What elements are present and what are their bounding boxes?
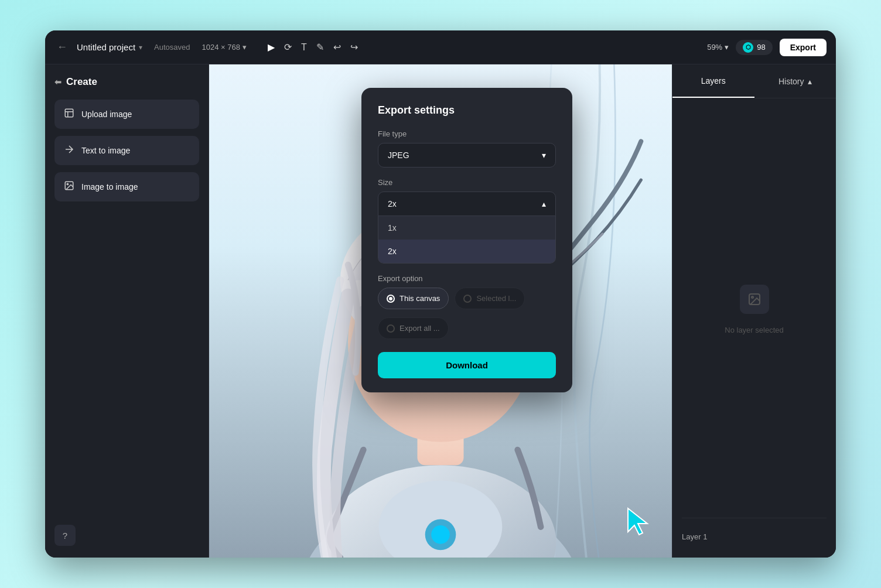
sidebar-bottom: ? bbox=[54, 525, 199, 546]
select-tool-button[interactable]: ▶ bbox=[268, 42, 275, 53]
size-1x-label: 1x bbox=[388, 223, 397, 233]
export-option-section: Export option This canvas Selected l... bbox=[378, 274, 556, 339]
sidebar: ⬅ Create Upload image Text to image bbox=[45, 64, 209, 558]
main-area: ⬅ Create Upload image Text to image bbox=[45, 64, 836, 558]
project-title-area[interactable]: Untitled project ▾ bbox=[77, 42, 142, 52]
sidebar-item-image-to-image[interactable]: Image to image bbox=[54, 172, 199, 201]
canvas-size-value: 1024 × 768 bbox=[202, 43, 240, 52]
file-type-label: File type bbox=[378, 129, 556, 138]
undo-button[interactable]: ↩ bbox=[333, 42, 341, 53]
toolbar: ▶ ⟳ T ✎ ↩ ↪ bbox=[268, 42, 358, 53]
tab-history[interactable]: History ▴ bbox=[754, 64, 836, 98]
credits-value: 98 bbox=[757, 43, 765, 52]
export-modal: Export settings File type JPEG ▾ Size 2x bbox=[361, 88, 572, 392]
zoom-value: 59% bbox=[707, 43, 722, 52]
upload-image-label: Upload image bbox=[81, 110, 132, 119]
svg-rect-0 bbox=[65, 109, 73, 117]
svg-point-23 bbox=[752, 296, 753, 298]
this-canvas-label: This canvas bbox=[399, 294, 440, 303]
file-type-value: JPEG bbox=[388, 151, 409, 160]
sidebar-back-icon: ⬅ bbox=[54, 77, 62, 87]
export-button[interactable]: Export bbox=[780, 39, 827, 56]
sidebar-title: Create bbox=[66, 76, 97, 88]
layer-1-item[interactable]: Layer 1 bbox=[682, 528, 827, 546]
header: ← Untitled project ▾ Autosaved 1024 × 76… bbox=[45, 30, 836, 64]
size-select[interactable]: 2x ▴ bbox=[378, 192, 556, 216]
layer-icon-big bbox=[740, 285, 769, 314]
autosaved-status: Autosaved bbox=[154, 43, 190, 52]
svg-marker-21 bbox=[628, 508, 647, 535]
export-all-radio-icon bbox=[387, 324, 395, 333]
export-all-label: Export all ... bbox=[399, 324, 440, 333]
zoom-selector[interactable]: 59% ▾ bbox=[707, 43, 729, 52]
file-type-section: File type JPEG ▾ bbox=[378, 129, 556, 167]
layer-1-label: Layer 1 bbox=[682, 532, 707, 541]
export-options-group: This canvas Selected l... bbox=[378, 288, 556, 309]
size-chevron-icon: ▴ bbox=[542, 199, 546, 208]
upload-image-icon bbox=[64, 108, 74, 121]
size-value: 2x bbox=[388, 199, 397, 208]
project-title: Untitled project bbox=[77, 42, 135, 52]
selected-button[interactable]: Selected l... bbox=[455, 288, 525, 309]
image-to-image-label: Image to image bbox=[81, 182, 138, 192]
redo-button[interactable]: ↪ bbox=[350, 42, 358, 53]
back-button[interactable]: ← bbox=[54, 39, 70, 56]
text-tool-button[interactable]: T bbox=[301, 42, 307, 53]
text-to-image-label: Text to image bbox=[81, 146, 130, 155]
cursor-arrow bbox=[625, 505, 654, 540]
size-chevron-icon: ▾ bbox=[243, 43, 247, 52]
history-chevron-icon: ▴ bbox=[808, 77, 812, 86]
sidebar-header: ⬅ Create bbox=[54, 76, 199, 88]
right-panel-body: No layer selected Layer 1 bbox=[672, 98, 836, 558]
export-option-label: Export option bbox=[378, 274, 556, 283]
selected-radio-icon bbox=[463, 295, 472, 303]
sidebar-item-upload-image[interactable]: Upload image bbox=[54, 100, 199, 129]
svg-point-2 bbox=[67, 183, 68, 184]
app-window: ← Untitled project ▾ Autosaved 1024 × 76… bbox=[45, 30, 836, 558]
file-type-select[interactable]: JPEG ▾ bbox=[378, 143, 556, 167]
right-panel: Layers History ▴ bbox=[672, 64, 836, 558]
canvas-area[interactable]: Export settings File type JPEG ▾ Size 2x bbox=[209, 64, 672, 558]
selected-label: Selected l... bbox=[476, 294, 516, 303]
modal-overlay: Export settings File type JPEG ▾ Size 2x bbox=[209, 64, 672, 558]
size-label: Size bbox=[378, 178, 556, 187]
file-type-chevron-icon: ▾ bbox=[542, 151, 546, 160]
size-option-1x[interactable]: 1x bbox=[378, 216, 555, 240]
export-all-button[interactable]: Export all ... bbox=[378, 317, 449, 339]
modal-title: Export settings bbox=[378, 104, 556, 117]
credits-display: ⬡ 98 bbox=[736, 40, 772, 55]
rotate-tool-button[interactable]: ⟳ bbox=[284, 42, 292, 53]
download-button[interactable]: Download bbox=[378, 352, 556, 378]
sidebar-item-text-to-image[interactable]: Text to image bbox=[54, 136, 199, 165]
size-option-2x[interactable]: 2x bbox=[378, 240, 555, 263]
zoom-chevron-icon: ▾ bbox=[725, 43, 729, 52]
text-to-image-icon bbox=[64, 144, 74, 157]
layers-tab-label: Layers bbox=[701, 76, 726, 86]
right-panel-tabs: Layers History ▴ bbox=[672, 64, 836, 98]
size-section: Size 2x ▴ 1x 2x bbox=[378, 178, 556, 264]
size-dropdown: 1x 2x bbox=[378, 216, 556, 264]
canvas-size-selector[interactable]: 1024 × 768 ▾ bbox=[202, 43, 247, 52]
no-layer-selected-text: No layer selected bbox=[725, 326, 783, 334]
image-to-image-icon bbox=[64, 180, 74, 193]
size-2x-label: 2x bbox=[388, 247, 397, 256]
help-icon: ? bbox=[63, 531, 67, 541]
title-chevron-icon: ▾ bbox=[139, 43, 142, 52]
pen-tool-button[interactable]: ✎ bbox=[316, 42, 324, 53]
help-button[interactable]: ? bbox=[54, 525, 76, 546]
layer-placeholder: No layer selected bbox=[682, 110, 827, 508]
this-canvas-radio-icon bbox=[387, 295, 395, 303]
this-canvas-button[interactable]: This canvas bbox=[378, 288, 449, 309]
credits-icon: ⬡ bbox=[743, 42, 753, 53]
tab-layers[interactable]: Layers bbox=[672, 64, 754, 98]
history-tab-label: History bbox=[778, 77, 804, 86]
